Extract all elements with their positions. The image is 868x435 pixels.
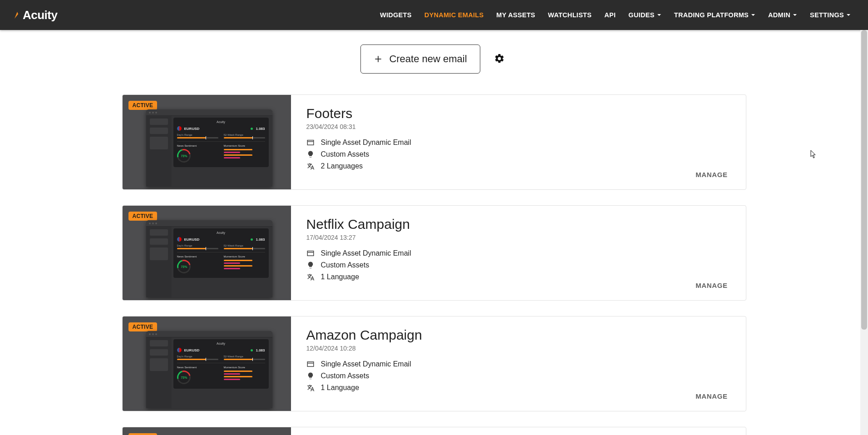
email-card-body <box>291 427 746 435</box>
email-languages: 1 Language <box>321 273 360 281</box>
thumbnail-preview: Acuity EURUSD 1.083 Day's Range 52-Week … <box>146 220 272 297</box>
email-date: 12/04/2024 10:28 <box>306 345 730 352</box>
thumb-momentum: Momentum Score <box>224 255 265 258</box>
top-navbar: Acuity WIDGETS DYNAMIC EMAILS MY ASSETS … <box>0 0 868 30</box>
nav-widgets[interactable]: WIDGETS <box>374 11 418 19</box>
brand-logo: Acuity <box>13 8 57 22</box>
email-assets: Custom Assets <box>321 261 370 269</box>
email-type: Single Asset Dynamic Email <box>321 138 411 147</box>
thumb-logo: Acuity <box>177 120 265 124</box>
thumb-pair: EURUSD <box>184 127 200 131</box>
thumb-gauge: 73% <box>180 154 187 158</box>
email-assets: Custom Assets <box>321 150 370 158</box>
chevron-down-icon <box>657 13 661 17</box>
chevron-down-icon <box>751 13 755 17</box>
email-card: ACTIVE Acuity EURUSD 1.083 Day's Range <box>122 94 746 190</box>
thumbnail-preview: Acuity EURUSD 1.083 Day's Range 52-Week … <box>146 331 272 408</box>
email-thumbnail: ACTIVE Acuity EURUSD 1.083 Day's Range <box>123 95 291 189</box>
scrollbar[interactable] <box>860 30 868 435</box>
email-languages: 2 Languages <box>321 162 363 170</box>
brand-logo-icon <box>13 10 22 20</box>
email-date: 23/04/2024 08:31 <box>306 123 730 130</box>
status-badge: ACTIVE <box>128 322 158 331</box>
nav-api[interactable]: API <box>598 11 622 19</box>
thumb-gauge: 73% <box>180 376 187 379</box>
manage-button[interactable]: MANAGE <box>693 167 730 182</box>
email-type: Single Asset Dynamic Email <box>321 360 411 368</box>
lightbulb-icon <box>306 372 315 380</box>
main-nav: WIDGETS DYNAMIC EMAILS MY ASSETS WATCHLI… <box>374 11 857 19</box>
thumb-range-day: Day's Range <box>177 133 218 136</box>
svg-marker-0 <box>15 12 18 19</box>
email-thumbnail: ACTIVE <box>123 427 291 435</box>
thumb-price: 1.083 <box>256 127 265 131</box>
thumb-news-sent: News Sentiment <box>177 255 218 258</box>
email-card: ACTIVE Acuity EURUSD 1.083 Day's Range <box>122 316 746 411</box>
email-card-body: Netflix Campaign 17/04/2024 13:27 Single… <box>291 206 746 300</box>
scrollbar-thumb[interactable] <box>861 30 867 330</box>
thumb-logo: Acuity <box>177 342 265 345</box>
thumb-range-day: Day's Range <box>177 244 218 247</box>
email-card-body: Amazon Campaign 12/04/2024 10:28 Single … <box>291 316 746 411</box>
thumb-price: 1.083 <box>256 348 265 352</box>
manage-button[interactable]: MANAGE <box>693 278 730 293</box>
nav-admin-label: ADMIN <box>768 11 790 19</box>
nav-watchlists[interactable]: WATCHLISTS <box>542 11 598 19</box>
thumb-gauge: 73% <box>180 265 187 268</box>
thumb-pair: EURUSD <box>184 237 200 242</box>
nav-dynamic-emails[interactable]: DYNAMIC EMAILS <box>418 11 490 19</box>
svg-marker-1 <box>17 12 20 19</box>
email-thumbnail: ACTIVE Acuity EURUSD 1.083 Day's Range <box>123 316 291 411</box>
lightbulb-icon <box>306 261 315 269</box>
cursor-icon <box>810 150 817 159</box>
create-new-email-label: Create new email <box>389 53 467 65</box>
thumb-range-52w: 52-Week Range <box>224 133 265 136</box>
translate-icon <box>306 384 315 392</box>
email-card: ACTIVE Acuity EURUSD 1.083 Day's Range <box>122 205 746 301</box>
thumb-pair: EURUSD <box>184 348 200 352</box>
card-layout-icon <box>306 360 315 368</box>
status-badge: ACTIVE <box>128 212 158 221</box>
chevron-down-icon <box>846 13 851 17</box>
thumb-momentum: Momentum Score <box>224 144 265 147</box>
create-new-email-button[interactable]: Create new email <box>360 44 480 74</box>
email-title: Amazon Campaign <box>306 327 730 343</box>
nav-guides[interactable]: GUIDES <box>622 11 667 19</box>
email-title: Footers <box>306 106 730 121</box>
chevron-down-icon <box>793 13 797 17</box>
thumb-momentum: Momentum Score <box>224 366 265 369</box>
manage-button[interactable]: MANAGE <box>693 389 730 404</box>
translate-icon <box>306 162 315 170</box>
nav-admin[interactable]: ADMIN <box>762 11 804 19</box>
nav-settings-label: SETTINGS <box>810 11 844 19</box>
nav-trading-platforms[interactable]: TRADING PLATFORMS <box>668 11 762 19</box>
thumb-price: 1.083 <box>256 237 265 242</box>
email-card-list: ACTIVE Acuity EURUSD 1.083 Day's Range <box>122 94 746 435</box>
thumb-range-52w: 52-Week Range <box>224 355 265 358</box>
brand-text: Acuity <box>23 8 57 22</box>
status-badge: ACTIVE <box>128 101 158 110</box>
thumb-news-sent: News Sentiment <box>177 366 218 369</box>
email-card-body: Footers 23/04/2024 08:31 Single Asset Dy… <box>291 95 746 189</box>
plus-icon <box>374 54 383 64</box>
translate-icon <box>306 273 315 281</box>
action-bar: Create new email <box>0 44 868 74</box>
nav-guides-label: GUIDES <box>628 11 654 19</box>
email-thumbnail: ACTIVE Acuity EURUSD 1.083 Day's Range <box>123 206 291 300</box>
email-date: 17/04/2024 13:27 <box>306 234 730 241</box>
thumb-range-52w: 52-Week Range <box>224 244 265 247</box>
nav-trading-platforms-label: TRADING PLATFORMS <box>674 11 749 19</box>
settings-gear-button[interactable] <box>491 50 508 68</box>
email-languages: 1 Language <box>321 384 360 392</box>
gear-icon <box>494 53 505 64</box>
email-card: ACTIVE <box>122 427 746 435</box>
email-assets: Custom Assets <box>321 372 370 380</box>
nav-settings[interactable]: SETTINGS <box>804 11 857 19</box>
card-layout-icon <box>306 138 315 147</box>
thumb-logo: Acuity <box>177 231 265 234</box>
thumb-news-sent: News Sentiment <box>177 144 218 147</box>
nav-my-assets[interactable]: MY ASSETS <box>490 11 542 19</box>
lightbulb-icon <box>306 150 315 158</box>
email-title: Netflix Campaign <box>306 217 730 232</box>
thumbnail-preview: Acuity EURUSD 1.083 Day's Range 52-Week … <box>146 109 272 187</box>
